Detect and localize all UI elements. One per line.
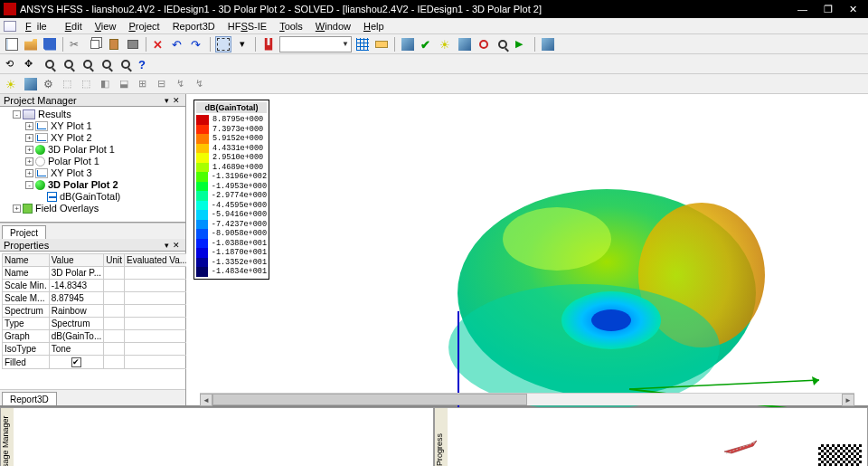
menu-hfss-ie[interactable]: HFSS-IE bbox=[222, 21, 272, 32]
tb3-10[interactable]: ↯ bbox=[175, 76, 191, 92]
open-button[interactable] bbox=[23, 36, 39, 52]
redo-button[interactable]: ↷ bbox=[189, 36, 205, 52]
menu-window[interactable]: Window bbox=[310, 21, 356, 32]
props-row-1[interactable]: Scale Min.-14.8343 bbox=[3, 280, 190, 292]
props-check[interactable]: ✔ bbox=[71, 357, 81, 367]
tb3-9[interactable]: ⊟ bbox=[156, 76, 172, 92]
progress-panel[interactable]: Progress 模友之吧 http://www.moz8.com bbox=[434, 407, 868, 466]
mesh-button[interactable] bbox=[457, 36, 473, 52]
maximize-button[interactable]: ❐ bbox=[824, 4, 833, 15]
tb3-8[interactable]: ⊞ bbox=[137, 76, 153, 92]
units-combo[interactable]: ▼ bbox=[279, 36, 352, 52]
props-pin-icon[interactable]: ▾ bbox=[163, 241, 171, 250]
tree-item-4[interactable]: +XY Plot 3 bbox=[2, 167, 184, 179]
new-button[interactable] bbox=[4, 36, 20, 52]
zoom-in-button[interactable] bbox=[99, 56, 115, 72]
properties-grid[interactable]: NameValueUnitEvaluated Va...Name3D Polar… bbox=[0, 252, 185, 389]
props-value-5[interactable]: dB(GainTo... bbox=[49, 330, 104, 343]
print-button[interactable] bbox=[125, 36, 141, 52]
cut-button[interactable]: ✂ bbox=[68, 36, 84, 52]
menu-view[interactable]: View bbox=[90, 21, 122, 32]
fit-button[interactable] bbox=[42, 56, 58, 72]
tb3-1[interactable]: ☀ bbox=[4, 76, 20, 92]
props-value-3[interactable]: Rainbow bbox=[49, 305, 104, 318]
select-mode-button[interactable] bbox=[215, 36, 231, 52]
rotate-button[interactable]: ⟲ bbox=[4, 56, 20, 72]
props-tab-report3d[interactable]: Report3D bbox=[2, 392, 57, 405]
props-col[interactable]: Unit bbox=[104, 254, 125, 267]
zoom-out-button[interactable] bbox=[118, 56, 134, 72]
menu-report3d[interactable]: Report3D bbox=[167, 21, 221, 32]
props-col[interactable]: Evaluated Va... bbox=[125, 254, 190, 267]
paste-button[interactable] bbox=[106, 36, 122, 52]
props-col[interactable]: Value bbox=[49, 254, 104, 267]
tree-results[interactable]: -Results bbox=[2, 109, 184, 120]
props-close-icon[interactable]: ✕ bbox=[171, 241, 182, 250]
tb3-3[interactable]: ⚙ bbox=[42, 76, 58, 92]
scroll-right-icon[interactable]: ► bbox=[842, 394, 854, 406]
minimize-button[interactable]: — bbox=[797, 4, 807, 15]
viewport-3d[interactable]: dB(GainTotal) 8.8795e+0007.3973e+0005.91… bbox=[186, 94, 868, 405]
tree-item-0[interactable]: +XY Plot 1 bbox=[2, 120, 184, 132]
pm-close-icon[interactable]: ✕ bbox=[171, 96, 182, 105]
ruler-button[interactable] bbox=[373, 36, 390, 52]
menu-tools[interactable]: Tools bbox=[274, 21, 308, 32]
props-row-3[interactable]: SpectrumRainbow bbox=[3, 305, 190, 318]
props-row-6[interactable]: IsoTypeTone bbox=[3, 343, 190, 356]
scroll-left-icon[interactable]: ◄ bbox=[200, 394, 212, 406]
tb3-4[interactable]: ⬚ bbox=[61, 76, 77, 92]
props-row-2[interactable]: Scale M...8.87945 bbox=[3, 292, 190, 305]
props-value-1[interactable]: -14.8343 bbox=[49, 280, 104, 292]
analyze-button[interactable]: ✔ bbox=[419, 36, 435, 52]
copy-button[interactable] bbox=[87, 36, 103, 52]
menu-file[interactable]: File bbox=[20, 21, 58, 32]
tb3-2[interactable] bbox=[23, 76, 39, 92]
tree-field-overlays[interactable]: +Field Overlays bbox=[2, 203, 184, 214]
props-value-0[interactable]: 3D Polar P... bbox=[49, 267, 104, 280]
validate-button[interactable] bbox=[400, 36, 416, 52]
fit-all-button[interactable] bbox=[61, 56, 77, 72]
pm-pin-icon[interactable]: ▾ bbox=[163, 96, 171, 105]
props-row-0[interactable]: Name3D Polar P... bbox=[3, 267, 190, 280]
tb3-6[interactable]: ◧ bbox=[99, 76, 115, 92]
save-button[interactable] bbox=[42, 36, 58, 52]
tree-item-5-0[interactable]: dB(GainTotal) bbox=[2, 191, 184, 203]
snap-button[interactable] bbox=[260, 36, 277, 52]
zoom-button[interactable] bbox=[495, 36, 511, 52]
tb3-7[interactable]: ⬓ bbox=[118, 76, 134, 92]
tree-item-2[interactable]: +3D Polar Plot 1 bbox=[2, 144, 184, 156]
delete-button[interactable]: ✕ bbox=[151, 36, 167, 52]
props-value-2[interactable]: 8.87945 bbox=[49, 292, 104, 305]
pm-tab-project[interactable]: Project bbox=[2, 225, 46, 239]
props-row-7[interactable]: Filled✔ bbox=[3, 356, 190, 369]
props-row-5[interactable]: GraphdB(GainTo... bbox=[3, 330, 190, 343]
project-manager-tree[interactable]: -Results+XY Plot 1+XY Plot 2+3D Polar Pl… bbox=[0, 107, 185, 223]
props-row-4[interactable]: TypeSpectrum bbox=[3, 318, 190, 330]
pan-button[interactable]: ✥ bbox=[23, 56, 39, 72]
light-button[interactable]: ☀ bbox=[438, 36, 454, 52]
close-button[interactable]: ✕ bbox=[849, 4, 857, 15]
tree-item-5[interactable]: -3D Polar Plot 2 bbox=[2, 179, 184, 191]
menu-project[interactable]: Project bbox=[123, 21, 165, 32]
fit-sel-button[interactable] bbox=[80, 56, 96, 72]
menu-edit[interactable]: Edit bbox=[60, 21, 88, 32]
tree-item-1[interactable]: +XY Plot 2 bbox=[2, 132, 184, 144]
tb3-11[interactable]: ↯ bbox=[193, 76, 210, 92]
help-button[interactable]: ? bbox=[137, 56, 153, 72]
grid-button[interactable] bbox=[354, 36, 371, 52]
viewport-scrollbar[interactable]: ◄ ► bbox=[200, 393, 854, 405]
results-cube-button[interactable] bbox=[540, 36, 556, 52]
play-button[interactable]: ▶ bbox=[514, 36, 530, 52]
target-button[interactable] bbox=[476, 36, 492, 52]
select-arrow-button[interactable]: ▾ bbox=[234, 36, 250, 52]
message-manager-tab[interactable]: Message Manager bbox=[0, 408, 14, 466]
message-panel[interactable]: Message Manager bbox=[0, 407, 434, 466]
tree-item-3[interactable]: +Polar Plot 1 bbox=[2, 156, 184, 167]
menu-help[interactable]: Help bbox=[358, 21, 390, 32]
undo-button[interactable]: ↶ bbox=[170, 36, 186, 52]
scroll-thumb[interactable] bbox=[212, 394, 527, 405]
progress-tab[interactable]: Progress bbox=[434, 408, 448, 466]
tb3-5[interactable]: ⬚ bbox=[80, 76, 96, 92]
props-value-6[interactable]: Tone bbox=[49, 343, 104, 356]
props-value-4[interactable]: Spectrum bbox=[49, 318, 104, 330]
